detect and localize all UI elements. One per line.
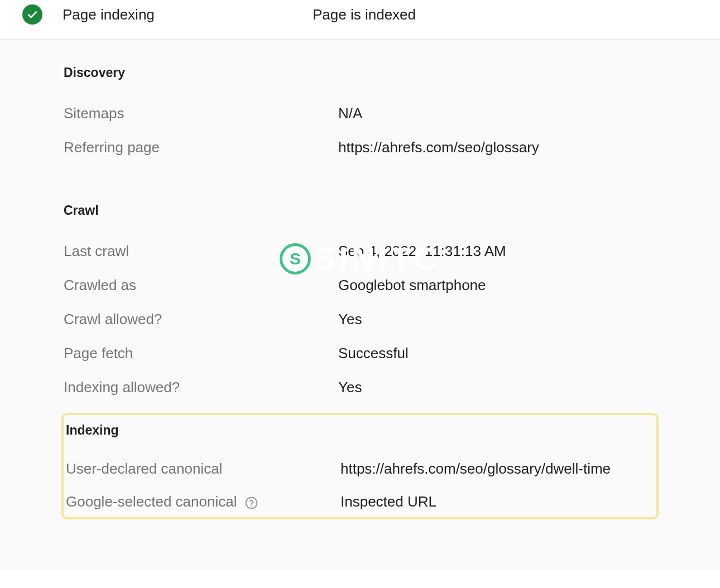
last-crawl-label: Last crawl: [64, 243, 338, 260]
crawl-allowed-label: Crawl allowed?: [64, 311, 338, 328]
row-last-crawl: Last crawl Sep 4, 2022, 11:31:13 AM: [64, 243, 656, 260]
check-circle-icon: [22, 4, 42, 25]
sitemaps-label: Sitemaps: [64, 105, 338, 122]
user-declared-canonical-label: User-declared canonical: [66, 460, 340, 478]
row-page-fetch: Page fetch Successful: [64, 345, 656, 362]
discovery-heading: Discovery: [64, 65, 656, 80]
page-fetch-value: Successful: [338, 345, 409, 362]
row-google-selected-canonical: Google-selected canonical Inspected URL: [66, 493, 656, 510]
row-crawl-allowed: Crawl allowed? Yes: [64, 311, 656, 328]
sitemaps-value: N/A: [338, 105, 362, 122]
row-referring-page: Referring page https://ahrefs.com/seo/gl…: [64, 139, 656, 156]
indexing-heading: Indexing: [66, 423, 656, 438]
referring-page-value: https://ahrefs.com/seo/glossary: [338, 139, 539, 156]
help-icon[interactable]: [244, 496, 258, 510]
indexing-allowed-label: Indexing allowed?: [64, 379, 338, 396]
row-crawled-as: Crawled as Googlebot smartphone: [64, 277, 656, 294]
index-status-header: Page indexing Page is indexed: [0, 0, 720, 39]
crawl-allowed-value: Yes: [338, 311, 362, 328]
google-selected-canonical-label-text: Google-selected canonical: [66, 493, 237, 510]
header-status: Page is indexed: [313, 6, 416, 23]
user-declared-canonical-value: https://ahrefs.com/seo/glossary/dwell-ti…: [340, 460, 611, 478]
google-selected-canonical-label: Google-selected canonical: [66, 493, 340, 510]
indexing-allowed-value: Yes: [338, 379, 362, 396]
indexing-highlight: Indexing User-declared canonical https:/…: [61, 413, 659, 519]
header-title: Page indexing: [63, 6, 313, 23]
google-selected-canonical-value: Inspected URL: [340, 493, 436, 510]
row-indexing-allowed: Indexing allowed? Yes: [64, 379, 656, 396]
page-fetch-label: Page fetch: [64, 345, 338, 362]
crawled-as-label: Crawled as: [64, 277, 338, 294]
last-crawl-value: Sep 4, 2022, 11:31:13 AM: [338, 243, 506, 260]
svg-point-1: [251, 505, 252, 507]
crawl-heading: Crawl: [64, 203, 656, 218]
referring-page-label: Referring page: [64, 139, 338, 156]
row-sitemaps: Sitemaps N/A: [64, 105, 656, 122]
details-panel: Discovery Sitemaps N/A Referring page ht…: [0, 40, 720, 570]
row-user-declared-canonical: User-declared canonical https://ahrefs.c…: [66, 460, 656, 478]
crawled-as-value: Googlebot smartphone: [338, 277, 486, 294]
